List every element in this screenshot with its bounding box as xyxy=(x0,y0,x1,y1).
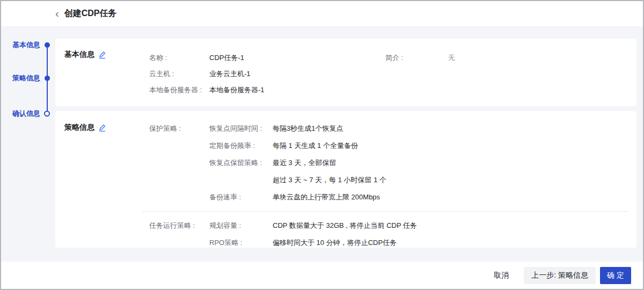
field-value: 无 xyxy=(448,54,455,62)
field-value: CDP任务-1 xyxy=(209,54,244,62)
policy-info-card-head: 策略信息 xyxy=(64,123,106,132)
task-run-policy-group: 任务运行策略 : 规划容量 : CDP 数据量大于 32GB , 将停止当前 C… xyxy=(149,217,628,251)
policy-row-recovery-interval: 恢复点间隔时间 : 每隔3秒生成1个恢复点 xyxy=(209,120,628,137)
policy-label: 定期备份频率 : xyxy=(209,137,273,154)
policy-value: 每隔 1 天生成 1 个全量备份 xyxy=(273,137,358,154)
basic-info-card-head: 基本信息 xyxy=(64,50,106,60)
footer-action-bar: 取消 上一步: 策略信息 确 定 xyxy=(1,262,643,289)
policy-label: 恢复点间隔时间 : xyxy=(209,120,273,137)
group-divider xyxy=(142,211,628,212)
edit-basic-info-icon[interactable] xyxy=(98,51,106,59)
policy-row-rpo-policy: RPO策略 : 偏移时间大于 10 分钟，将停止CDP任务 xyxy=(209,234,628,251)
field-label: 名称 : xyxy=(149,50,209,66)
group-rows: 恢复点间隔时间 : 每隔3秒生成1个恢复点 定期备份频率 : 每隔 1 天生成 … xyxy=(209,120,628,206)
field-row-cloud-host: 云主机 :业务云主机-1 xyxy=(149,66,385,82)
step-dot-filled-icon xyxy=(45,76,50,81)
stepper: 基本信息 策略信息 确认信息 xyxy=(1,27,55,262)
basic-info-right-column: 简介 :无 xyxy=(385,50,455,98)
edit-policy-info-icon[interactable] xyxy=(98,124,106,132)
policy-label: 备份速率 : xyxy=(209,189,273,206)
policy-row-planned-capacity: 规划容量 : CDP 数据量大于 32GB , 将停止当前 CDP 任务 xyxy=(209,217,628,234)
policy-value: CDP 数据量大于 32GB , 将停止当前 CDP 任务 xyxy=(273,217,417,234)
policy-value: 偏移时间大于 10 分钟，将停止CDP任务 xyxy=(273,234,397,251)
main-content: 基本信息 名称 :CDP任务-1 云主机 :业务云主 xyxy=(55,39,636,248)
create-cdp-task-window: ‹ 创建CDP任务 基本信息 策略信息 确认信息 基本信息 xyxy=(0,0,644,290)
step-policy-info[interactable]: 策略信息 xyxy=(1,73,55,84)
policy-value: 每隔3秒生成1个恢复点 xyxy=(273,120,343,137)
step-confirm-info[interactable]: 确认信息 xyxy=(1,108,55,119)
policy-label: 规划容量 : xyxy=(209,217,273,234)
policy-info-card-title: 策略信息 xyxy=(64,123,94,132)
policy-row-retention-policy: 恢复点保留策略 : 最近 3 天，全部保留 超过 3 天 ~ 7 天，每 1 小… xyxy=(209,154,628,189)
step-dot-hollow-icon xyxy=(44,111,50,117)
policy-value: 最近 3 天，全部保留 超过 3 天 ~ 7 天，每 1 小时保留 1 个 xyxy=(273,154,386,189)
basic-info-card-title: 基本信息 xyxy=(64,50,94,60)
policy-value-line: 最近 3 天，全部保留 xyxy=(273,154,386,172)
confirm-button[interactable]: 确 定 xyxy=(600,267,631,284)
step-label: 确认信息 xyxy=(12,109,40,118)
group-rows: 规划容量 : CDP 数据量大于 32GB , 将停止当前 CDP 任务 RPO… xyxy=(209,217,628,251)
field-value: 本地备份服务器-1 xyxy=(209,86,265,94)
policy-label: 恢复点保留策略 : xyxy=(209,154,273,189)
protection-policy-group: 保护策略 : 恢复点间隔时间 : 每隔3秒生成1个恢复点 定期备份频率 : 每隔… xyxy=(149,120,628,206)
step-label: 基本信息 xyxy=(12,40,40,50)
policy-info-card: 策略信息 保护策略 : 恢复点间隔时间 : 每隔3秒生成1个恢复点 xyxy=(55,111,636,248)
previous-step-button[interactable]: 上一步: 策略信息 xyxy=(524,267,596,284)
field-row-name: 名称 :CDP任务-1 xyxy=(149,50,385,66)
field-row-local-backup-server: 本地备份服务器 :本地备份服务器-1 xyxy=(149,82,385,98)
page-header: ‹ 创建CDP任务 xyxy=(1,1,643,27)
basic-info-card: 基本信息 名称 :CDP任务-1 云主机 :业务云主 xyxy=(55,39,636,106)
policy-label: RPO策略 : xyxy=(209,234,273,251)
basic-info-left-column: 名称 :CDP任务-1 云主机 :业务云主机-1 本地备份服务器 :本地备份服务… xyxy=(149,50,385,98)
field-label: 简介 : xyxy=(385,50,448,66)
field-label: 云主机 : xyxy=(149,66,209,82)
policy-row-backup-rate: 备份速率 : 单块云盘的上行带宽上限 200Mbps xyxy=(209,189,628,206)
step-label: 策略信息 xyxy=(12,73,40,83)
policy-value: 单块云盘的上行带宽上限 200Mbps xyxy=(273,189,380,206)
page-title: 创建CDP任务 xyxy=(64,8,117,19)
basic-info-content: 名称 :CDP任务-1 云主机 :业务云主机-1 本地备份服务器 :本地备份服务… xyxy=(149,50,628,98)
step-basic-info[interactable]: 基本信息 xyxy=(1,40,55,50)
group-label: 任务运行策略 : xyxy=(149,217,209,251)
policy-value-line: 超过 3 天 ~ 7 天，每 1 小时保留 1 个 xyxy=(273,172,386,189)
field-label: 本地备份服务器 : xyxy=(149,82,209,98)
field-value: 业务云主机-1 xyxy=(209,70,251,78)
page-body: 基本信息 策略信息 确认信息 基本信息 xyxy=(1,27,643,262)
cancel-button[interactable]: 取消 xyxy=(491,267,512,284)
group-label: 保护策略 : xyxy=(149,120,209,206)
step-dot-filled-icon xyxy=(45,42,50,48)
back-icon[interactable]: ‹ xyxy=(55,8,59,19)
policy-row-backup-frequency: 定期备份频率 : 每隔 1 天生成 1 个全量备份 xyxy=(209,137,628,154)
field-row-description: 简介 :无 xyxy=(385,50,455,66)
